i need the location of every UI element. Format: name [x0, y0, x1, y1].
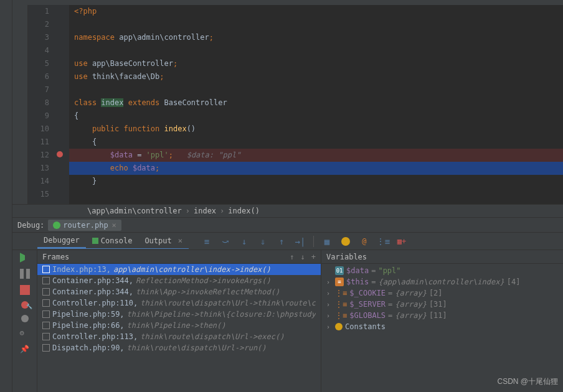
variable-row[interactable]: ›⋮≡$_SERVER = {array} [31]: [321, 299, 563, 310]
arrow-down-icon[interactable]: ↓: [301, 253, 305, 261]
frame-row[interactable]: Container.php:344, think\App->invokeRefl…: [37, 286, 321, 297]
breadcrumb[interactable]: \app\admin\controller › index › index(): [12, 204, 563, 218]
chevron-right-icon: ›: [186, 207, 190, 215]
tab-debugger[interactable]: Debugger: [37, 233, 86, 248]
breadcrumb-class[interactable]: index: [194, 207, 216, 215]
line-gutter[interactable]: 1 2 3 4 5 6 7 8 9 10 11 12 13 14 15: [28, 5, 54, 204]
frame-row[interactable]: Index.php:13, app\admin\controller\index…: [37, 264, 321, 275]
debug-session-tab[interactable]: router.php ×: [48, 220, 121, 231]
variable-row[interactable]: 01$data = "ppl": [321, 265, 563, 276]
line-number: 15: [28, 188, 49, 201]
line-number: 7: [28, 83, 49, 96]
line-number: 12: [28, 149, 49, 162]
line-number: 14: [28, 175, 49, 188]
variables-panel: Variables 01$data = "ppl" ›≡$this = {app…: [321, 250, 563, 392]
frame-icon: [42, 299, 50, 307]
frame-row[interactable]: Controller.php:113, think\route\dispatch…: [37, 331, 321, 342]
line-number: 1: [28, 5, 49, 18]
frames-list[interactable]: Index.php:13, app\admin\controller\index…: [37, 264, 321, 392]
step-into-button[interactable]: ↓: [239, 236, 250, 247]
stop-button[interactable]: [20, 285, 30, 295]
view-breakpoints-button[interactable]: 🔧: [21, 301, 29, 309]
code-token: public: [92, 124, 124, 133]
chevron-right-icon[interactable]: ›: [326, 279, 333, 286]
variable-row[interactable]: ›⋮≡$GLOBALS = {array} [11]: [321, 310, 563, 321]
project-sidebar-strip[interactable]: [0, 0, 12, 392]
run-to-cursor-button[interactable]: →|: [295, 236, 306, 247]
coverage-button[interactable]: [340, 236, 351, 247]
pause-button[interactable]: [20, 269, 30, 279]
code-token: ;: [169, 151, 173, 159]
frame-row[interactable]: Dispatch.php:90, think\route\dispatch\Ur…: [37, 342, 321, 353]
play-icon: [92, 238, 98, 244]
variable-row[interactable]: ›≡$this = {app\admin\controller\index} […: [321, 276, 563, 287]
plus-icon[interactable]: +: [311, 253, 316, 261]
pin-button[interactable]: 📌: [20, 345, 30, 355]
code-token: ;: [155, 164, 159, 172]
breakpoint-icon[interactable]: [57, 151, 63, 157]
force-step-into-button[interactable]: ⇓: [257, 236, 268, 247]
variables-list[interactable]: 01$data = "ppl" ›≡$this = {app\admin\con…: [321, 264, 563, 392]
code-token: app\BaseController: [92, 59, 173, 68]
debug-toolbar: Debugger Console Output× ≡ ⤻ ↓ ⇓ ↑ →| ▦ …: [12, 233, 563, 250]
variable-row[interactable]: ›⋮≡$_COOKIE = {array} [2]: [321, 287, 563, 299]
add-icon[interactable]: ▦+: [396, 236, 407, 247]
step-out-button[interactable]: ↑: [276, 236, 287, 247]
mute-breakpoints-button[interactable]: [21, 315, 29, 322]
variable-row[interactable]: ›Constants: [321, 321, 563, 332]
settings-button[interactable]: ⚙: [20, 329, 30, 338]
tab-console[interactable]: Console: [86, 234, 139, 248]
chevron-right-icon: ›: [220, 207, 224, 215]
frame-row[interactable]: Container.php:344, ReflectionMethod->inv…: [37, 275, 321, 286]
line-number: 2: [28, 18, 49, 31]
frames-label: Frames: [42, 253, 69, 261]
frame-icon: [42, 288, 50, 296]
code-token: }: [92, 177, 97, 185]
step-over-button[interactable]: ⤻: [220, 236, 231, 247]
evaluate-button[interactable]: ▦: [321, 236, 333, 247]
code-token: index: [164, 124, 187, 133]
type-badge-icon: 01: [335, 266, 344, 275]
code-token: app\admin\controller: [119, 33, 209, 42]
frame-row[interactable]: Controller.php:110, think\route\dispatch…: [37, 297, 321, 309]
chevron-right-icon[interactable]: ›: [326, 312, 333, 319]
line-number: 3: [28, 31, 49, 44]
chevron-right-icon[interactable]: ›: [326, 290, 333, 297]
chevron-right-icon[interactable]: ›: [326, 324, 333, 330]
code-editor[interactable]: <?php namespace app\admin\controller; us…: [69, 5, 563, 204]
frames-panel: Frames ↑ ↓ + Index.php:13, app\admin\con…: [37, 250, 321, 392]
code-token: class: [74, 98, 101, 107]
resume-button[interactable]: [20, 253, 30, 263]
code-token: echo: [110, 164, 133, 172]
breadcrumb-method[interactable]: index(): [228, 207, 260, 215]
frame-row[interactable]: Pipeline.php:66, think\Pipeline->then(): [37, 320, 321, 331]
close-icon[interactable]: ×: [178, 236, 182, 245]
breadcrumb-path[interactable]: \app\admin\controller: [87, 207, 182, 215]
debug-label: Debug:: [17, 221, 44, 230]
chevron-right-icon[interactable]: ›: [326, 301, 333, 308]
debug-side-toolbar: 🔧 ⚙ 📌: [12, 250, 37, 392]
code-token: use: [74, 72, 92, 81]
close-icon[interactable]: ×: [112, 221, 116, 230]
constants-icon: [335, 323, 343, 330]
gutter-marks: [54, 5, 69, 204]
bug-icon: [53, 222, 60, 229]
frame-row[interactable]: Pipeline.php:59, think\Pipeline->think\{…: [37, 309, 321, 320]
code-token: namespace: [74, 33, 119, 42]
code-token: {: [74, 111, 78, 120]
list-icon: ⋮≡: [335, 311, 347, 320]
frame-icon: [42, 310, 50, 318]
list-icon[interactable]: ⋮≡: [377, 236, 389, 247]
code-token: use: [74, 59, 92, 68]
type-badge-icon: ≡: [335, 278, 344, 286]
line-number: 8: [28, 96, 49, 110]
arrow-up-icon[interactable]: ↑: [290, 253, 294, 261]
tab-output[interactable]: Output×: [138, 234, 189, 248]
inline-hint: $data: "ppl": [187, 151, 241, 159]
show-execution-point-button[interactable]: ≡: [201, 236, 212, 247]
debug-panel: Debug: router.php × Debugger Console Out…: [12, 218, 563, 392]
editor-tabs[interactable]: [12, 0, 563, 5]
code-token: BaseController: [164, 98, 227, 107]
line-number: 6: [28, 70, 49, 83]
at-icon[interactable]: @: [359, 236, 370, 247]
